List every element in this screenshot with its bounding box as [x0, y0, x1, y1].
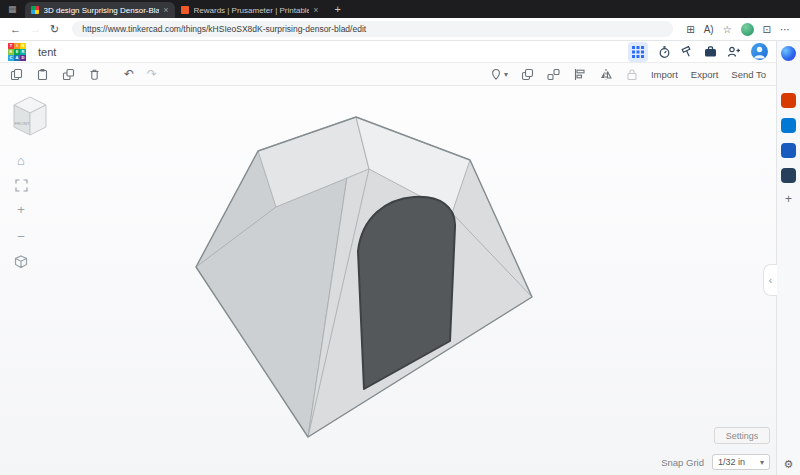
workspaces-icon[interactable]: ▦	[8, 0, 17, 18]
invite-collaborate-icon[interactable]	[727, 45, 741, 58]
extensions-icon[interactable]: ⊡	[763, 24, 771, 35]
printables-favicon	[181, 6, 189, 14]
back-icon[interactable]: ←	[10, 23, 21, 35]
new-tab-button[interactable]: +	[335, 3, 341, 15]
group-icon[interactable]	[521, 68, 534, 81]
viewcube-front-label: FRONT	[14, 121, 29, 126]
logo-letter: D	[20, 55, 26, 61]
lock-icon[interactable]	[626, 68, 638, 81]
copy-icon[interactable]	[10, 68, 23, 81]
stopwatch-icon[interactable]	[658, 45, 671, 59]
duplicate-icon[interactable]	[62, 68, 75, 81]
word-icon[interactable]	[781, 143, 796, 158]
undo-icon[interactable]: ↶	[124, 68, 134, 80]
design-name[interactable]: tent	[38, 46, 56, 58]
export-button[interactable]: Export	[691, 69, 718, 80]
tab-title: 3D design Surprising Densor-Bla	[44, 6, 160, 15]
pin-icon	[490, 68, 502, 81]
tent-door[interactable]	[358, 197, 455, 389]
browser-address-row: ← → ↻ https://www.tinkercad.com/things/k…	[0, 18, 800, 41]
address-bar[interactable]: https://www.tinkercad.com/things/kHSIeoS…	[72, 21, 673, 37]
snap-grid-label: Snap Grid	[661, 457, 704, 468]
ungroup-icon[interactable]	[547, 68, 560, 81]
paste-icon[interactable]	[36, 68, 49, 81]
outlook-icon[interactable]	[781, 118, 796, 133]
delete-trash-icon[interactable]	[88, 68, 101, 81]
hammer-icon[interactable]	[681, 45, 694, 58]
grid-glyph	[632, 46, 644, 58]
edit-toolbar: ↶ ↷ ▾ Import Export Send To	[0, 63, 776, 86]
m365-icon[interactable]	[781, 93, 796, 108]
browser-tab-active[interactable]: 3D design Surprising Densor-Bla ×	[25, 2, 175, 18]
close-tab-icon[interactable]: ×	[163, 5, 168, 15]
chevron-down-icon: ▾	[760, 458, 764, 467]
notes-pin-dropdown[interactable]: ▾	[490, 68, 508, 81]
tab-title: Rewards | Prusameter | Printable	[194, 6, 310, 15]
url-text: https://www.tinkercad.com/things/kHSIeoS…	[82, 24, 366, 34]
copilot-icon[interactable]	[781, 46, 796, 61]
close-tab-icon[interactable]: ×	[313, 5, 318, 15]
tinkercad-header: T I N K E R C A D tent	[0, 41, 776, 63]
tinkercad-logo[interactable]: T I N K E R C A D	[8, 43, 26, 61]
settings-button[interactable]: Settings	[714, 427, 770, 444]
avatar-person-glyph	[751, 43, 768, 60]
user-avatar[interactable]	[751, 43, 768, 60]
add-sidebar-app-icon[interactable]: +	[785, 193, 792, 205]
settings-label: Settings	[726, 431, 759, 441]
viewport-canvas[interactable]: FRONT ⌂ + − Settings Snap Grid 1/32 in ▾	[0, 86, 776, 475]
snap-grid-bar: Snap Grid 1/32 in ▾	[0, 452, 770, 472]
browser-actions: ⊞ A) ☆ ⊡ ⋯	[686, 23, 790, 36]
align-icon[interactable]	[573, 68, 586, 81]
snap-grid-dropdown[interactable]: 1/32 in ▾	[712, 454, 770, 470]
edge-sidebar: + ⚙	[776, 41, 800, 475]
browser-titlebar: ▦ 3D design Surprising Densor-Bla × Rewa…	[0, 0, 800, 18]
apps-grid-icon[interactable]	[628, 42, 648, 62]
home-view-icon[interactable]: ⌂	[17, 152, 25, 170]
tent-model[interactable]	[0, 86, 776, 475]
tinkercad-favicon	[31, 6, 39, 14]
redo-icon[interactable]: ↷	[147, 68, 157, 80]
send-to-button[interactable]: Send To	[731, 69, 766, 80]
favorites-star-icon[interactable]: ☆	[723, 24, 732, 35]
sidebar-gear-icon[interactable]: ⚙	[784, 458, 794, 471]
view-controls: ⌂ + −	[14, 152, 28, 269]
forward-icon[interactable]: →	[30, 23, 41, 35]
chevron-down-icon: ▾	[504, 70, 508, 79]
toolbar-right-group: ▾ Import Export Send To	[490, 68, 766, 81]
read-aloud-icon[interactable]: A)	[704, 24, 714, 35]
collapse-chevron-icon: ‹	[769, 275, 772, 286]
mirror-flip-icon[interactable]	[599, 68, 613, 81]
view-cube[interactable]: FRONT	[8, 92, 52, 140]
browser-tab-inactive[interactable]: Rewards | Prusameter | Printable ×	[175, 2, 325, 18]
toolbox-icon[interactable]	[704, 45, 717, 58]
teams-icon[interactable]	[781, 168, 796, 183]
sidebar-collapse-handle[interactable]: ‹	[763, 264, 777, 296]
import-button[interactable]: Import	[651, 69, 678, 80]
refresh-icon[interactable]: ↻	[50, 23, 59, 36]
split-screen-icon[interactable]: ⊞	[686, 24, 694, 35]
browser-settings-dots-icon[interactable]: ⋯	[780, 24, 790, 35]
zoom-out-icon[interactable]: −	[17, 228, 25, 246]
snap-grid-value: 1/32 in	[718, 457, 745, 467]
browser-profile-avatar[interactable]	[741, 23, 754, 36]
perspective-toggle-icon[interactable]	[14, 255, 28, 269]
zoom-in-icon[interactable]: +	[17, 201, 25, 219]
fit-view-icon[interactable]	[15, 179, 28, 192]
header-right-icons	[628, 42, 768, 62]
